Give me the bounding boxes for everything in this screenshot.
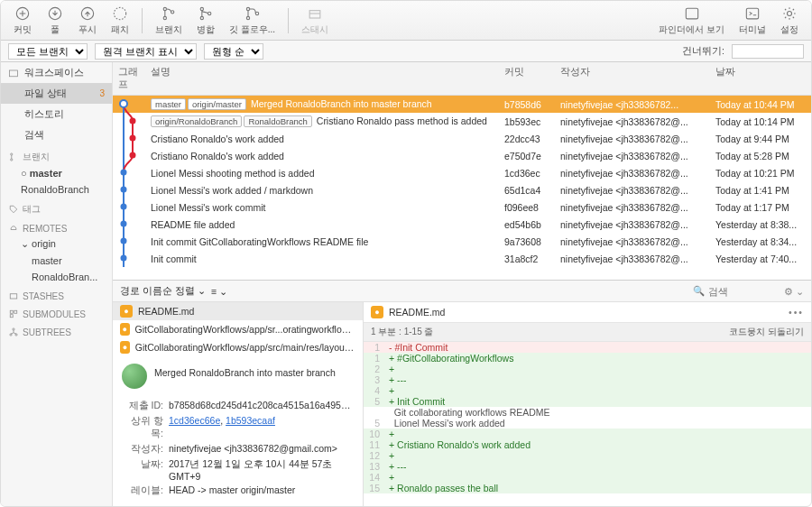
sidebar: 워크스페이스 파일 상태3 히스토리 검색 브랜치 ○ master Ronal… bbox=[1, 62, 113, 506]
sidebar-branch-ronaldo[interactable]: RonaldoBranch bbox=[1, 181, 112, 198]
svg-rect-21 bbox=[10, 310, 13, 313]
diff-filename: README.md bbox=[389, 307, 445, 318]
commits-list: masterorigin/master Merged RonaldoBranch… bbox=[113, 96, 811, 280]
sidebar-origin-ronaldo[interactable]: RonaldoBran... bbox=[1, 269, 112, 285]
sidebar-origin-master[interactable]: master bbox=[1, 253, 112, 269]
diff-pane: ● README.md ••• 1 부분 : 1-15 줄 코드뭉치 되돌리기 … bbox=[364, 302, 811, 506]
jump-input[interactable] bbox=[732, 44, 804, 59]
parent-link-2[interactable]: 1b593ecaaf bbox=[226, 415, 275, 426]
svg-point-16 bbox=[788, 12, 792, 16]
sidebar-branch-master[interactable]: ○ master bbox=[1, 165, 112, 181]
svg-rect-13 bbox=[309, 11, 320, 18]
hunk-label: 1 부분 : 1-15 줄 bbox=[371, 326, 433, 338]
sidebar-history[interactable]: 히스토리 bbox=[1, 104, 112, 124]
diff-more-icon[interactable]: ••• bbox=[789, 307, 804, 318]
file-search-input[interactable] bbox=[708, 286, 771, 297]
detail-panel: 경로 이름순 정렬 ⌄ ≡ ⌄ 🔍 ⚙︎ ⌄ ●README.md●GitCol… bbox=[113, 280, 811, 506]
detail-toolbar: 경로 이름순 정렬 ⌄ ≡ ⌄ 🔍 ⚙︎ ⌄ bbox=[113, 281, 811, 302]
commit-title: Merged RonaldoBranch into master branch bbox=[154, 364, 336, 378]
svg-point-4 bbox=[163, 7, 166, 10]
sidebar-tags-head[interactable]: 태그 bbox=[1, 198, 112, 217]
fetch-button[interactable]: 패치 bbox=[106, 5, 134, 36]
svg-point-18 bbox=[11, 153, 13, 155]
jump-label: 건너뛰기: bbox=[682, 45, 724, 58]
sidebar-stashes-head[interactable]: STASHES bbox=[1, 285, 112, 303]
search-icon: 🔍 bbox=[693, 285, 705, 297]
svg-point-11 bbox=[246, 16, 249, 19]
sidebar-branches-head[interactable]: 브랜치 bbox=[1, 145, 112, 165]
svg-point-24 bbox=[13, 328, 14, 330]
svg-rect-17 bbox=[10, 70, 18, 77]
svg-point-9 bbox=[208, 12, 211, 14]
commit-meta-grid: 제출 ID:b7858d68cd245d41c208ca4515a16a4957… bbox=[113, 396, 363, 501]
remote-filter[interactable]: 원격 브랜치 표시 bbox=[95, 43, 197, 60]
svg-point-10 bbox=[246, 7, 249, 10]
merge-button[interactable]: 병합 bbox=[191, 5, 220, 36]
commits-header: 그래프 설명 커밋 작성자 날짜 bbox=[113, 62, 811, 96]
stash-button[interactable]: 스태시 bbox=[296, 5, 334, 36]
avatar bbox=[122, 364, 147, 389]
file-item[interactable]: ●README.md bbox=[113, 302, 363, 320]
svg-point-3 bbox=[114, 7, 125, 19]
filter-bar: 모든 브랜치 원격 브랜치 표시 원형 순 건너뛰기: bbox=[1, 41, 811, 62]
commit-button[interactable]: 커밋 bbox=[8, 5, 37, 36]
commit-row[interactable]: Lionel Messi's work added / markdown65d1… bbox=[113, 181, 811, 198]
parent-link-1[interactable]: 1cd36ec66e bbox=[169, 415, 220, 426]
pull-button[interactable]: 풀 bbox=[41, 5, 69, 36]
svg-rect-23 bbox=[10, 315, 13, 318]
settings-button[interactable]: 설정 bbox=[775, 5, 804, 36]
file-list-pane: ●README.md●GitCollaboratingWorkflows/app… bbox=[113, 302, 364, 506]
commit-row[interactable]: Cristiano Ronaldo's work added22dcc43nin… bbox=[113, 130, 811, 147]
commit-row[interactable]: masterorigin/master Merged RonaldoBranch… bbox=[113, 96, 811, 113]
branch-filter[interactable]: 모든 브랜치 bbox=[8, 43, 88, 60]
commit-row[interactable]: Init commit GitCollaboratingWorkflows RE… bbox=[113, 233, 811, 250]
sidebar-remotes-head[interactable]: REMOTES bbox=[1, 217, 112, 235]
commit-row[interactable]: README file addeded54b6bninetyfivejae <j… bbox=[113, 216, 811, 233]
terminal-button[interactable]: 터미널 bbox=[734, 5, 771, 36]
list-toggle[interactable]: ≡ ⌄ bbox=[211, 286, 227, 297]
commit-row[interactable]: origin/RonaldoBranchRonaldoBranch Cristi… bbox=[113, 113, 811, 130]
gear-icon[interactable]: ⚙︎ ⌄ bbox=[784, 286, 804, 297]
svg-point-7 bbox=[200, 7, 203, 10]
gitflow-button[interactable]: 깃 플로우... bbox=[224, 5, 281, 36]
commit-row[interactable]: Lionel Messi's work commitf096ee8ninetyf… bbox=[113, 198, 811, 216]
commit-row[interactable]: Lionel Messi shooting method is added1cd… bbox=[113, 164, 811, 181]
svg-point-5 bbox=[163, 16, 166, 19]
diff-body[interactable]: 1- #Init Commit1+ #GitCollaboratingWorkf… bbox=[364, 342, 811, 506]
svg-point-8 bbox=[200, 16, 203, 19]
revert-hunk-button[interactable]: 코드뭉치 되돌리기 bbox=[729, 326, 804, 338]
commit-row[interactable]: Init commit31a8cf2ninetyfivejae <jh33836… bbox=[113, 250, 811, 267]
sidebar-file-status[interactable]: 파일 상태3 bbox=[1, 83, 112, 104]
file-badge-icon: ● bbox=[371, 306, 383, 318]
sidebar-search[interactable]: 검색 bbox=[1, 124, 112, 145]
sidebar-submodules-head[interactable]: SUBMODULES bbox=[1, 303, 112, 321]
sidebar-workspace[interactable]: 워크스페이스 bbox=[1, 62, 112, 83]
sidebar-subtrees-head[interactable]: SUBTREES bbox=[1, 321, 112, 339]
svg-point-19 bbox=[11, 159, 13, 161]
sort-dropdown[interactable]: 경로 이름순 정렬 ⌄ bbox=[120, 285, 206, 298]
branch-button[interactable]: 브랜치 bbox=[150, 5, 188, 36]
commit-row[interactable]: Cristiano Ronaldo's work addede750d7enin… bbox=[113, 147, 811, 164]
file-item[interactable]: ●GitCollaboratingWorkflows/app/sr...orat… bbox=[113, 320, 363, 338]
svg-rect-22 bbox=[14, 310, 17, 313]
svg-rect-20 bbox=[10, 294, 17, 299]
app-toolbar: 커밋 풀 푸시 패치 브랜치 병합 깃 플로우... 스태시 파인더에서 보기 … bbox=[1, 1, 811, 41]
push-button[interactable]: 푸시 bbox=[73, 5, 102, 36]
sidebar-remote-origin[interactable]: ⌄ origin bbox=[1, 235, 112, 253]
order-filter[interactable]: 원형 순 bbox=[204, 43, 263, 60]
finder-button[interactable]: 파인더에서 보기 bbox=[653, 5, 730, 36]
file-item[interactable]: ●GitCollaboratingWorkflows/app/src/main/… bbox=[113, 338, 363, 356]
commit-summary: Merged RonaldoBranch into master branch bbox=[113, 356, 363, 396]
svg-rect-14 bbox=[686, 8, 697, 19]
